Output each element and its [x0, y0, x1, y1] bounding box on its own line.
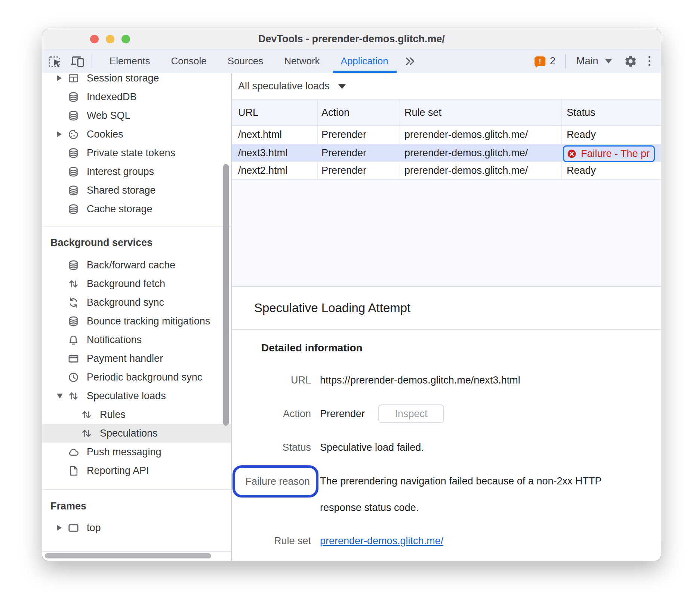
sidebar-item-interest-groups[interactable]: Interest groups	[42, 162, 231, 181]
column-header-status[interactable]: Status	[567, 99, 595, 126]
sidebar-item-shared-storage[interactable]: Shared storage	[42, 181, 231, 200]
frame-icon	[67, 522, 80, 534]
database-icon	[67, 147, 80, 159]
table-row-next-html[interactable]: /next.htmlPrerenderprerender-demos.glitc…	[232, 126, 661, 145]
sidebar-item-label: Push messaging	[87, 446, 161, 458]
tab-console[interactable]: Console	[160, 49, 217, 73]
detail-label-url: URL	[232, 375, 311, 386]
cell-action: Prerender	[321, 126, 366, 144]
tab-application[interactable]: Application	[330, 49, 399, 73]
updown-icon	[67, 390, 80, 402]
sidebar-item-label: Interest groups	[87, 166, 154, 178]
tab-elements[interactable]: Elements	[99, 49, 160, 73]
tab-network[interactable]: Network	[274, 49, 330, 73]
sidebar-item-background-sync[interactable]: Background sync	[42, 293, 231, 312]
inspect-icon[interactable]	[47, 53, 64, 70]
sidebar-item-cookies[interactable]: Cookies	[42, 125, 231, 144]
sidebar-item-bounce-tracking-mitigations[interactable]: Bounce tracking mitigations	[42, 312, 231, 330]
sidebar-item-label: Cache storage	[87, 203, 153, 215]
cookie-icon	[67, 129, 80, 140]
toolbar-right-group: ! 2 Main	[535, 54, 661, 68]
failure-reason-line1: The prerendering navigation failed becau…	[320, 471, 601, 492]
column-header-url[interactable]: URL	[238, 99, 258, 126]
device-toolbar-icon[interactable]	[69, 53, 86, 70]
sidebar-horizontal-scrollbar[interactable]	[45, 553, 211, 558]
sidebar-item-speculations[interactable]: Speculations	[42, 424, 231, 443]
grid-icon	[67, 73, 80, 84]
column-header-ruleset[interactable]: Rule set	[404, 99, 441, 126]
sidebar-item-web-sql[interactable]: Web SQL	[42, 106, 231, 125]
sidebar-item-label: IndexedDB	[87, 91, 137, 103]
detail-value-action: Prerender	[320, 408, 365, 420]
sidebar-item-push-messaging[interactable]: Push messaging	[42, 443, 231, 461]
expander-right-icon[interactable]	[57, 75, 67, 81]
sidebar-item-indexeddb[interactable]: IndexedDB	[42, 87, 231, 106]
cell-url: /next2.html	[238, 162, 287, 179]
application-sidebar: Session storageIndexedDBWeb SQLCookiesPr…	[42, 73, 232, 561]
sidebar-item-label: Periodic background sync	[87, 372, 202, 383]
cell-rule-set: prerender-demos.glitch.me/	[404, 145, 528, 161]
sidebar-item-label: Reporting API	[87, 465, 149, 477]
sync-icon	[67, 297, 80, 308]
sidebar-item-label: Speculative loads	[87, 390, 166, 402]
sidebar-item-payment-handler[interactable]: Payment handler	[42, 349, 231, 368]
sidebar-item-label: Speculations	[100, 428, 158, 439]
sidebar-item-background-fetch[interactable]: Background fetch	[42, 274, 231, 293]
sidebar-item-label: Background sync	[87, 297, 164, 308]
window-title: DevTools - prerender-demos.glitch.me/	[42, 29, 661, 49]
context-selector[interactable]: Main	[576, 55, 612, 67]
sidebar-item-label: Shared storage	[87, 185, 156, 196]
sidebar-item-periodic-background-sync[interactable]: Periodic background sync	[42, 368, 231, 386]
more-tabs-button[interactable]	[405, 56, 416, 66]
expander-right-icon[interactable]	[57, 131, 67, 137]
database-icon	[67, 91, 80, 103]
detail-value-status: Speculative load failed.	[320, 442, 424, 453]
sidebar-item-label: Background fetch	[87, 278, 165, 290]
kebab-menu-icon[interactable]	[649, 56, 651, 66]
table-row-next3-html[interactable]: /next3.htmlPrerenderprerender-demos.glit…	[232, 145, 661, 162]
sidebar-item-speculative-loads[interactable]: Speculative loads	[42, 386, 231, 405]
detail-row-url: URL https://prerender-demos.glitch.me/ne…	[232, 369, 661, 391]
sidebar-item-label: Cookies	[87, 129, 123, 140]
column-header-action[interactable]: Action	[321, 99, 349, 126]
issues-counter[interactable]: ! 2	[535, 55, 555, 67]
sidebar-item-rules[interactable]: Rules	[42, 405, 231, 424]
ruleset-link[interactable]: prerender-demos.glitch.me/	[320, 535, 443, 546]
devtools-window: DevTools - prerender-demos.glitch.me/ El…	[42, 29, 661, 561]
panel-tabs: ElementsConsoleSourcesNetworkApplication	[99, 49, 399, 73]
sidebar-item-session-storage[interactable]: Session storage	[42, 73, 231, 87]
sidebar-item-cache-storage[interactable]: Cache storage	[42, 200, 231, 218]
clock-icon	[67, 372, 80, 383]
failure-status-cell[interactable]: Failure - The pr	[563, 145, 655, 162]
expander-right-icon[interactable]	[57, 525, 67, 531]
details-subheading: Detailed information	[261, 338, 363, 358]
sidebar-item-private-state-tokens[interactable]: Private state tokens	[42, 144, 231, 162]
database-icon	[67, 259, 80, 271]
sidebar-item-reporting-api[interactable]: Reporting API	[42, 461, 231, 480]
sidebar-item-top[interactable]: top	[42, 518, 231, 537]
table-empty-area	[232, 180, 661, 287]
app-body: Session storageIndexedDBWeb SQLCookiesPr…	[42, 73, 661, 561]
inspect-button[interactable]: Inspect	[378, 404, 444, 423]
sidebar-item-back-forward-cache[interactable]: Back/forward cache	[42, 256, 231, 274]
context-label: Main	[576, 55, 598, 67]
file-icon	[67, 465, 80, 477]
issues-count: 2	[550, 55, 555, 67]
gear-icon[interactable]	[624, 55, 637, 68]
sidebar-item-notifications[interactable]: Notifications	[42, 330, 231, 349]
expander-down-icon[interactable]	[57, 394, 67, 398]
issues-icon: !	[535, 56, 545, 66]
speculations-panel: All speculative loads URL Action Rule se…	[232, 73, 661, 561]
table-row-next2-html[interactable]: /next2.htmlPrerenderprerender-demos.glit…	[232, 162, 661, 180]
sidebar-item-label: top	[87, 522, 101, 534]
speculative-loads-filter[interactable]: All speculative loads	[232, 73, 661, 99]
sidebar-vertical-scrollbar[interactable]	[223, 164, 229, 426]
chevron-down-icon	[605, 59, 612, 64]
tab-sources[interactable]: Sources	[217, 49, 274, 73]
failure-reason-annotation-box: Failure reason	[232, 465, 318, 498]
sidebar-bottom-border	[42, 551, 231, 552]
cell-rule-set: prerender-demos.glitch.me/	[404, 126, 528, 144]
toolbar-divider	[565, 54, 566, 68]
failure-status-text: Failure - The pr	[581, 148, 650, 160]
section-header-frames: Frames	[42, 497, 231, 515]
